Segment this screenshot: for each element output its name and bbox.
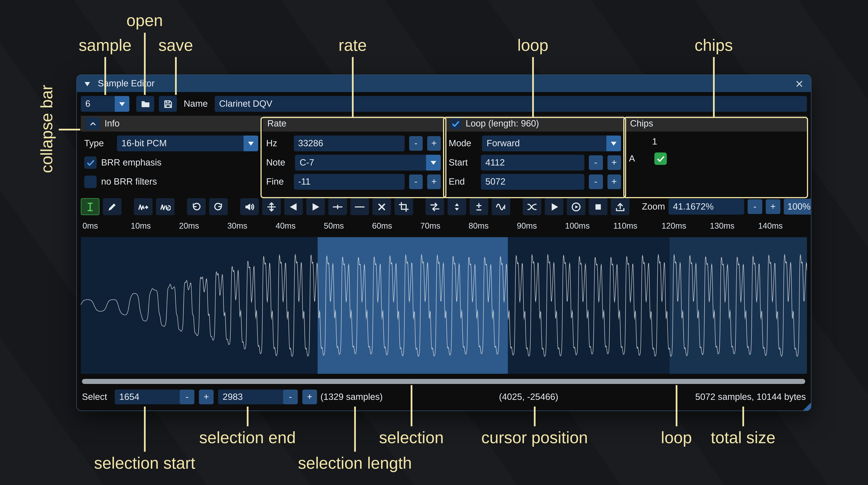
stop-button[interactable] [589, 198, 608, 215]
name-label: Name [184, 99, 208, 109]
annotation-selection-start: selection start [94, 454, 195, 473]
collapse-bar-button[interactable] [85, 118, 100, 130]
fade-out-button[interactable] [306, 198, 325, 215]
selection-end-plus-button[interactable]: + [302, 390, 317, 405]
sample-editor-window: Sample Editor 6 Name Clarinet DQV [77, 75, 811, 411]
apply-silence-button[interactable] [350, 198, 369, 215]
insert-silence-button[interactable] [328, 198, 347, 215]
redo-button[interactable] [209, 198, 227, 215]
sample-slot-value: 6 [81, 99, 115, 109]
loop-header-label: Loop (length: 960) [466, 119, 539, 129]
save-sample-button[interactable] [159, 96, 177, 112]
flip-sign-icon [473, 201, 484, 212]
annotation-selection-length: selection length [298, 454, 412, 473]
filter-icon [496, 201, 506, 212]
loop-end-minus-button[interactable]: - [589, 174, 603, 189]
top-row: 6 Name Clarinet DQV [81, 96, 807, 112]
no-brr-filters-checkbox[interactable] [84, 175, 97, 188]
waveform-scrollbar[interactable] [81, 378, 807, 385]
type-combo[interactable]: 16-bit PCM [117, 135, 258, 151]
chip-enable-checkbox[interactable] [654, 153, 667, 165]
fine-input[interactable]: -11 [293, 174, 405, 190]
zoom-plus-button[interactable]: + [766, 199, 780, 214]
hz-plus-button[interactable]: + [427, 136, 441, 151]
type-caret[interactable] [244, 135, 258, 151]
loop-end-plus-button[interactable]: + [607, 174, 621, 189]
sample-name-input[interactable]: Clarinet DQV [215, 96, 807, 112]
loop-mode-caret[interactable] [607, 135, 621, 151]
export-button[interactable] [611, 198, 629, 215]
timeline-label: 80ms [469, 221, 489, 230]
timeline-label: 140ms [758, 221, 783, 230]
annotation-chips: chips [694, 36, 733, 55]
timeline-label: 150ms [806, 221, 807, 230]
window-titlebar[interactable]: Sample Editor [77, 75, 811, 92]
toolbar-group [81, 198, 121, 215]
crossfade-icon [527, 201, 537, 212]
zoom-input[interactable]: 41.1672% [669, 199, 744, 215]
filter-button[interactable] [492, 198, 510, 215]
selection-end-minus-button[interactable]: - [283, 390, 298, 405]
fade-in-button[interactable] [284, 198, 303, 215]
waveform-area [81, 237, 807, 374]
timeline-label: 20ms [179, 221, 199, 230]
sample-slot-combo[interactable]: 6 [81, 96, 129, 112]
resize-icon [138, 201, 149, 212]
play-button[interactable] [545, 198, 563, 215]
loop-end-input[interactable]: 5072 [481, 174, 585, 190]
timeline-label: 120ms [661, 221, 686, 230]
draw-button[interactable] [103, 198, 121, 215]
selection-start-input[interactable]: 1654 [115, 390, 181, 405]
reverse-button[interactable] [426, 198, 444, 215]
invert-icon [452, 201, 462, 212]
trim-button[interactable] [395, 198, 413, 215]
type-label: Type [84, 138, 113, 149]
zoom-minus-button[interactable]: - [747, 199, 762, 214]
waveform-canvas[interactable] [81, 237, 807, 374]
invert-button[interactable] [447, 198, 466, 215]
timeline-label: 90ms [517, 221, 537, 230]
timeline-label: 30ms [227, 221, 247, 230]
flip-sign-button[interactable] [470, 198, 488, 215]
loop-enable-checkbox[interactable] [450, 118, 461, 129]
sample-slot-caret[interactable] [115, 96, 129, 112]
timeline-label: 40ms [276, 221, 296, 230]
undo-button[interactable] [187, 198, 206, 215]
toolbar-group [426, 198, 510, 215]
window-close-button[interactable] [793, 77, 805, 90]
amplify-button[interactable] [240, 198, 259, 215]
hz-input[interactable]: 33286 [293, 135, 405, 151]
brr-emphasis-checkbox[interactable] [84, 157, 97, 169]
apply-silence-icon [354, 201, 365, 212]
hz-minus-button[interactable]: - [409, 136, 423, 151]
open-sample-button[interactable] [136, 96, 154, 112]
scrollbar-thumb[interactable] [82, 379, 805, 384]
window-content: 6 Name Clarinet DQV Info Type [77, 92, 811, 411]
window-resize-grip[interactable] [803, 402, 811, 411]
normalize-button[interactable] [262, 198, 281, 215]
play-icon [549, 201, 559, 212]
fade-out-icon [310, 201, 321, 212]
selection-start-minus-button[interactable]: - [180, 390, 194, 405]
window-collapse-button[interactable] [83, 79, 92, 88]
selection-end-input[interactable]: 2983 [218, 390, 285, 405]
resample-button[interactable] [156, 198, 175, 215]
select-button[interactable] [81, 198, 99, 215]
loop-start-minus-button[interactable]: - [589, 155, 603, 170]
note-combo[interactable]: C-7 [295, 155, 441, 170]
delete-button[interactable] [372, 198, 391, 215]
loop-start-plus-button[interactable]: + [607, 155, 621, 170]
note-caret[interactable] [426, 155, 441, 170]
fine-plus-button[interactable]: + [427, 174, 441, 189]
loop-header: Loop (length: 960) [445, 116, 624, 131]
loop-mode-combo[interactable]: Forward [482, 135, 621, 151]
zoom-reset-button[interactable]: 100% [784, 199, 811, 215]
selection-start-plus-button[interactable]: + [199, 390, 214, 405]
window-title: Sample Editor [98, 78, 155, 89]
resize-button[interactable] [134, 198, 152, 215]
fine-minus-button[interactable]: - [409, 174, 423, 189]
crossfade-button[interactable] [523, 198, 541, 215]
loop-start-input[interactable]: 4112 [481, 155, 585, 170]
timeline-label: 0ms [83, 221, 98, 230]
play-circle-button[interactable] [567, 198, 585, 215]
